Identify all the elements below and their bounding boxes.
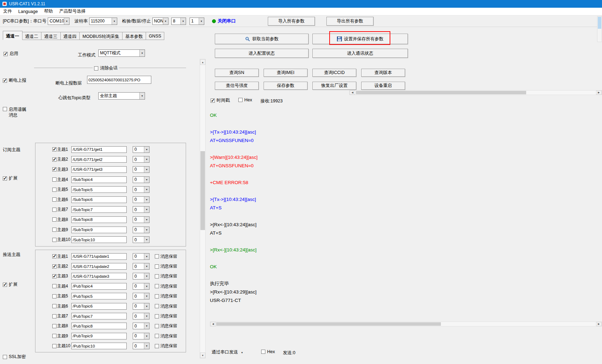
topic-enable-checkbox[interactable] [52, 284, 57, 288]
dropdown-arrow-icon[interactable] [112, 18, 117, 25]
checkbox-box[interactable] [94, 66, 98, 70]
subscribe-topic-row[interactable]: 主题1 0 [35, 144, 186, 155]
retain-checkbox[interactable] [155, 284, 159, 288]
dropdown-arrow-icon[interactable] [144, 313, 149, 319]
checkbox-box[interactable] [3, 176, 7, 181]
topic-enable-checkbox[interactable] [52, 228, 57, 232]
menu-help[interactable]: 帮助 [41, 8, 56, 15]
tab-channel-2[interactable]: 通道二 [22, 32, 42, 40]
baud-rate-select[interactable]: 115200 [89, 18, 117, 25]
subscribe-topic-row[interactable]: 主题5 0 [35, 184, 186, 195]
scrollbar-thumb[interactable] [356, 91, 526, 94]
publish-topic-row[interactable]: 主题10 0 消息保留 [35, 341, 186, 351]
topic-qos-select[interactable]: 0 [133, 166, 150, 173]
dropdown-arrow-icon[interactable] [144, 263, 149, 269]
topic-qos-select[interactable]: 0 [133, 323, 150, 329]
checkbox-box[interactable] [4, 52, 8, 56]
topic-input[interactable] [71, 303, 127, 310]
publish-topic-row[interactable]: 主题5 0 消息保留 [35, 291, 186, 301]
topic-qos-select[interactable]: 0 [133, 313, 150, 319]
topic-qos-select[interactable]: 0 [133, 196, 150, 203]
stopbits-select[interactable]: 1 [190, 18, 204, 25]
topic-enable-checkbox[interactable] [52, 188, 57, 192]
retain-checkbox[interactable] [155, 254, 159, 258]
dropdown-arrow-icon[interactable] [144, 177, 149, 183]
checkbox-box[interactable] [3, 355, 7, 359]
parity-select[interactable]: NONI [152, 18, 168, 25]
topic-qos-select[interactable]: 0 [133, 146, 150, 153]
topic-enable-checkbox[interactable] [52, 294, 57, 298]
retain-checkbox[interactable] [155, 264, 159, 269]
btn-query-signal[interactable]: 查信号强度 [215, 82, 259, 90]
scrollbar-thumb[interactable] [200, 151, 205, 230]
topic-input[interactable] [71, 283, 127, 290]
retain-checkbox[interactable] [155, 344, 159, 348]
publish-extend-checkbox[interactable]: 扩展 [3, 282, 18, 288]
publish-topic-row[interactable]: 主题8 0 消息保留 [35, 321, 186, 331]
dropdown-arrow-icon[interactable] [144, 293, 149, 299]
publish-topic-row[interactable]: 主题1 0 消息保留 [35, 251, 186, 261]
checkbox-box[interactable] [261, 350, 265, 354]
dropdown-arrow-icon[interactable] [144, 207, 149, 213]
topic-enable-checkbox[interactable] [52, 344, 57, 348]
dropdown-arrow-icon[interactable] [144, 254, 149, 259]
topic-input[interactable] [71, 156, 127, 163]
hex-display-checkbox[interactable]: Hex [238, 97, 252, 102]
btn-save-params[interactable]: 保存参数 [264, 82, 307, 90]
send-hex-checkbox[interactable]: Hex [261, 349, 275, 354]
tab-channel-3[interactable]: 通道三 [41, 32, 61, 40]
topic-qos-select[interactable]: 0 [133, 253, 150, 260]
scroll-left-button[interactable] [350, 90, 355, 95]
subscribe-topic-row[interactable]: 主题8 0 [35, 215, 186, 225]
topic-enable-checkbox[interactable] [52, 157, 57, 162]
checkbox-box[interactable] [3, 283, 7, 287]
btn-factory-reset[interactable]: 恢复出厂设置 [312, 82, 356, 90]
topic-input[interactable] [71, 236, 127, 243]
btn-query-iccid[interactable]: 查询ICCID [312, 69, 356, 77]
dropdown-arrow-icon[interactable] [144, 187, 149, 193]
topic-qos-select[interactable]: 0 [133, 236, 150, 243]
topic-input[interactable] [71, 166, 127, 173]
subscribe-topic-row[interactable]: 主题7 0 [35, 205, 186, 215]
work-mode-select[interactable]: MQTT模式 [98, 49, 145, 57]
topic-enable-checkbox[interactable] [52, 217, 57, 222]
subscribe-topic-row[interactable]: 主题9 0 [35, 225, 186, 235]
topic-enable-checkbox[interactable] [52, 324, 57, 328]
tab-gnss[interactable]: GNSS [146, 32, 164, 40]
send-via-serial-button[interactable]: 通过串口发送 [210, 348, 245, 356]
clear-session-checkbox[interactable]: 清除会话 [93, 65, 119, 71]
topic-input[interactable] [71, 176, 127, 183]
topic-input[interactable] [71, 293, 127, 299]
dropdown-arrow-icon[interactable] [64, 18, 69, 25]
topic-enable-checkbox[interactable] [52, 274, 57, 278]
topic-input[interactable] [71, 263, 127, 270]
topic-qos-select[interactable]: 0 [133, 273, 150, 279]
dropdown-arrow-icon[interactable] [199, 18, 204, 25]
dropdown-arrow-icon[interactable] [144, 237, 149, 243]
set-save-params-button[interactable]: 设置并保存所有参数 [312, 34, 408, 44]
retain-checkbox[interactable] [155, 274, 159, 278]
subscribe-extend-checkbox[interactable]: 扩展 [3, 175, 18, 181]
topic-input[interactable] [71, 253, 127, 260]
topic-qos-select[interactable]: 0 [133, 303, 150, 310]
subscribe-topic-row[interactable]: 主题4 0 [35, 175, 186, 185]
import-params-button[interactable]: 导入所有参数 [268, 17, 315, 26]
publish-topic-row[interactable]: 主题9 0 消息保留 [35, 331, 186, 341]
topic-enable-checkbox[interactable] [52, 314, 57, 318]
topic-input[interactable] [71, 186, 127, 193]
topic-qos-select[interactable]: 0 [133, 283, 150, 290]
menu-product-model[interactable]: 产品型号选择 [56, 8, 89, 15]
subscribe-topic-row[interactable]: 主题6 0 [35, 195, 186, 205]
tab-channel-4[interactable]: 通道四 [61, 32, 80, 40]
subscribe-topic-row[interactable]: 主题10 0 [35, 235, 186, 245]
btn-query-sn[interactable]: 查询SN [215, 69, 259, 77]
dropdown-arrow-icon[interactable] [139, 50, 145, 56]
topic-input[interactable] [71, 206, 127, 213]
log-top-scrollbar[interactable] [349, 90, 602, 95]
dropdown-arrow-icon[interactable] [180, 18, 186, 25]
scroll-right-button[interactable] [596, 322, 602, 326]
topic-qos-select[interactable]: 0 [133, 333, 150, 339]
btn-device-restart[interactable]: 设备重启 [361, 82, 405, 90]
heartbeat-topic-select[interactable]: 全部主题 [98, 92, 145, 100]
checkbox-box[interactable] [3, 79, 7, 83]
